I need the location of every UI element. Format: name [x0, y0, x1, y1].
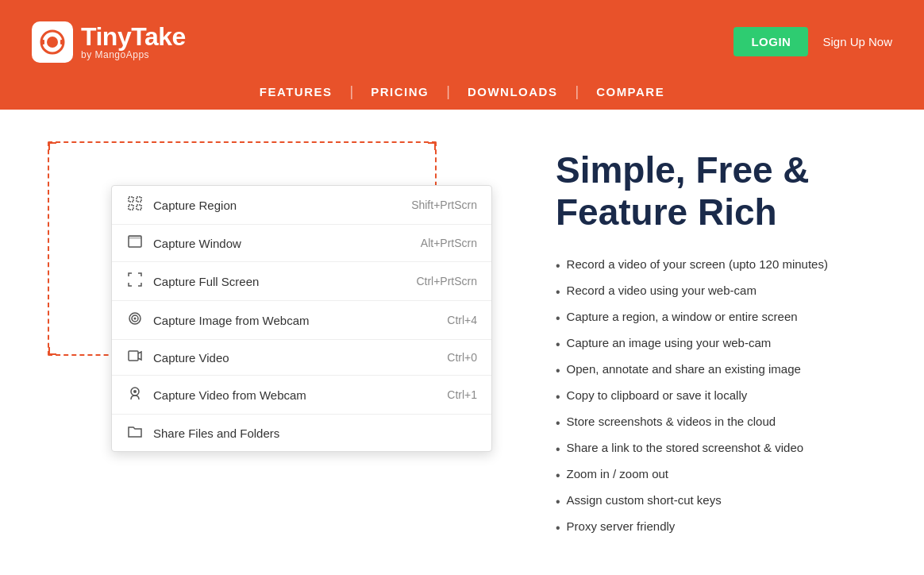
- svg-rect-4: [129, 197, 133, 202]
- svg-rect-9: [129, 236, 141, 239]
- capture-region-label: Capture Region: [153, 199, 237, 212]
- video-icon: [126, 350, 144, 365]
- feature-list-item: Store screenshots & videos in the cloud: [556, 413, 876, 433]
- capture-webcam-video-shortcut: Ctrl+1: [447, 388, 477, 401]
- webcam-image-icon: [126, 311, 144, 329]
- svg-point-12: [134, 318, 137, 320]
- svg-rect-3: [60, 40, 64, 44]
- menu-item-capture-region[interactable]: Capture Region Shift+PrtScrn: [112, 186, 491, 225]
- feature-list-item: Share a link to the stored screenshot & …: [556, 439, 876, 459]
- window-icon: [126, 235, 144, 251]
- feature-list-item: Capture a region, a window or entire scr…: [556, 308, 876, 328]
- right-side: Simple, Free & Feature Rich Record a vid…: [556, 141, 876, 544]
- signup-link[interactable]: Sign Up Now: [822, 35, 892, 48]
- nav-pricing[interactable]: PRICING: [353, 85, 446, 98]
- nav-features[interactable]: FEATURES: [242, 85, 350, 98]
- svg-rect-6: [129, 205, 133, 210]
- feature-list: Record a video of your screen (upto 120 …: [556, 256, 876, 538]
- feature-list-item: Zoom in / zoom out: [556, 465, 876, 485]
- capture-video-shortcut: Ctrl+0: [447, 351, 477, 364]
- feature-list-item: Copy to clipboard or save it locally: [556, 387, 876, 407]
- page-headline: Simple, Free & Feature Rich: [556, 149, 876, 233]
- context-menu: Capture Region Shift+PrtScrn Capture Win…: [111, 185, 492, 452]
- menu-item-capture-fullscreen[interactable]: Capture Full Screen Ctrl+PrtScrn: [112, 262, 491, 301]
- menu-item-share-files[interactable]: Share Files and Folders: [112, 415, 491, 451]
- feature-list-item: Proxy server friendly: [556, 518, 876, 538]
- nav-downloads[interactable]: DOWNLOADS: [450, 85, 576, 98]
- logo-sub: by MangoApps: [81, 49, 186, 60]
- capture-webcam-video-label: Capture Video from Webcam: [153, 388, 306, 402]
- logo-brand: TinyTake: [81, 24, 186, 49]
- logo-icon: [32, 21, 73, 63]
- capture-region-shortcut: Shift+PrtScrn: [411, 199, 477, 211]
- folder-icon: [126, 425, 144, 441]
- menu-item-capture-webcam-image[interactable]: Capture Image from Webcam Ctrl+4: [112, 301, 491, 340]
- capture-fullscreen-label: Capture Full Screen: [153, 275, 259, 288]
- menu-item-capture-video[interactable]: Capture Video Ctrl+0: [112, 340, 491, 376]
- capture-fullscreen-shortcut: Ctrl+PrtScrn: [416, 275, 477, 288]
- menu-item-capture-webcam-video[interactable]: Capture Video from Webcam Ctrl+1: [112, 376, 491, 415]
- capture-window-label: Capture Window: [153, 237, 241, 250]
- feature-list-item: Assign custom short-cut keys: [556, 492, 876, 511]
- corner-tr: [428, 142, 436, 150]
- menu-item-capture-window[interactable]: Capture Window Alt+PrtScrn: [112, 225, 491, 262]
- header: TinyTake by MangoApps LOGIN Sign Up Now: [0, 0, 924, 83]
- logo-text: TinyTake by MangoApps: [81, 24, 186, 60]
- svg-rect-2: [41, 40, 44, 44]
- capture-webcam-image-shortcut: Ctrl+4: [447, 314, 477, 326]
- feature-list-item: Record a video using your web-cam: [556, 282, 876, 302]
- corner-bl: [48, 347, 56, 355]
- region-icon: [126, 196, 144, 214]
- share-files-label: Share Files and Folders: [153, 426, 279, 440]
- feature-list-item: Open, annotate and share an existing ima…: [556, 361, 876, 380]
- nav-right: LOGIN Sign Up Now: [733, 27, 892, 56]
- svg-rect-13: [129, 351, 138, 361]
- login-button[interactable]: LOGIN: [733, 27, 808, 56]
- logo-area: TinyTake by MangoApps: [32, 21, 186, 63]
- left-side: Capture Region Shift+PrtScrn Capture Win…: [48, 141, 508, 507]
- main-nav: FEATURES | PRICING | DOWNLOADS | COMPARE: [0, 83, 924, 110]
- feature-list-item: Record a video of your screen (upto 120 …: [556, 256, 876, 276]
- svg-point-1: [47, 37, 58, 48]
- corner-tl: [48, 142, 56, 150]
- feature-list-item: Capture an image using your web-cam: [556, 334, 876, 354]
- webcam-video-icon: [126, 386, 144, 403]
- fullscreen-icon: [126, 272, 144, 290]
- main-content: Capture Region Shift+PrtScrn Capture Win…: [0, 110, 924, 575]
- svg-point-15: [133, 390, 137, 393]
- capture-webcam-image-label: Capture Image from Webcam: [153, 314, 309, 327]
- svg-rect-5: [137, 197, 141, 202]
- capture-window-shortcut: Alt+PrtScrn: [421, 237, 477, 249]
- svg-rect-7: [137, 205, 141, 210]
- nav-compare[interactable]: COMPARE: [579, 85, 682, 98]
- capture-video-label: Capture Video: [153, 351, 229, 365]
